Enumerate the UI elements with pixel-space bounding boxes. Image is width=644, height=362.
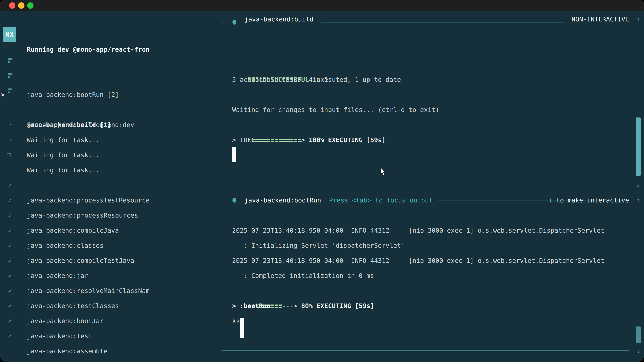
progress-dashes: --- — [282, 302, 294, 310]
progress-label: 80% EXECUTING [59s] — [297, 302, 374, 310]
bootrun-panel-bottom-border — [222, 351, 630, 351]
log-line: : Initializing Servlet 'dispatcherServle… — [232, 238, 405, 253]
focus-output-hint: Press <tab> to focus output — [329, 193, 433, 208]
check-icon: ✓ — [8, 329, 12, 344]
log-line: 2025-07-23T13:40:18.950-04:00 INFO 44312… — [232, 253, 604, 268]
progress-close-bracket: > — [294, 302, 297, 310]
progress-label: 100% EXECUTING [59s] — [305, 136, 386, 144]
task-name: java-backend:test — [27, 329, 92, 344]
bootrun-panel-title-line — [438, 200, 628, 200]
idle-prompt: > IDLE — [232, 132, 255, 147]
task-row-waiting: · Waiting for task... — [0, 117, 220, 132]
build-progress-line: <=============> 100% EXECUTING [59s] — [232, 117, 386, 132]
task-row-completed[interactable]: ✓ java-backend:test 734ms — [0, 298, 220, 313]
task-row-waiting: · Waiting for task... — [0, 132, 220, 147]
build-panel-left-border — [222, 22, 222, 185]
task-row-completed[interactable]: ✓ java-backend:classes 1.1s — [0, 208, 220, 223]
task-name: Waiting for task... — [27, 147, 100, 163]
scroll-up-icon[interactable]: ↑ — [636, 12, 640, 27]
task-row-completed[interactable]: ✓ java-backend:processTestResource 889ms — [0, 163, 220, 178]
scroll-down-icon[interactable]: ↓ — [636, 343, 640, 358]
spinner-icon — [8, 87, 13, 102]
bootrun-panel-left-border — [222, 200, 222, 351]
non-interactive-badge: NON-INTERACTIVE — [572, 12, 629, 27]
pagination: ← 1/2 → — [6, 344, 48, 359]
task-row-waiting: · Waiting for task... — [0, 102, 220, 117]
build-panel-title: java-backend:build — [244, 12, 314, 27]
panel-bullet-icon — [232, 20, 236, 25]
task-row-completed[interactable]: ✓ java-backend:jar 1.4s — [0, 238, 220, 253]
build-scrollbar-track[interactable] — [638, 25, 640, 117]
traffic-light-zoom-icon[interactable] — [27, 2, 34, 9]
terminal-cursor — [240, 318, 244, 338]
spinner-icon — [8, 57, 13, 72]
task-row-build-selected[interactable]: > java-backend:build [1] Continuous — [0, 72, 220, 87]
bootrun-progress-line: <<<======---> 80% EXECUTING [59s] — [232, 283, 374, 298]
terminal-input-text[interactable]: kk — [232, 313, 240, 329]
tasks-summary-line: 5 actionable tasks: 4 executed, 1 up-to-… — [232, 72, 401, 87]
task-row-completed[interactable]: ✓ java-backend:bootJar 1.1s — [0, 283, 220, 298]
log-line: 2025-07-23T13:40:18.950-04:00 INFO 44312… — [232, 223, 604, 238]
task-row-completed[interactable]: ✓ java-backend:testClasses 1.3s — [0, 268, 220, 283]
task-row-frontend-dev[interactable]: @mono-app/react-frontend:dev Continuous — [0, 87, 220, 102]
terminal-cursor — [232, 147, 236, 162]
interactive-hint: i to make interactive — [533, 178, 629, 193]
task-row-completed[interactable]: ✓ java-backend:compileTestJava 808ms — [0, 223, 220, 238]
build-panel-bottom-border — [222, 185, 539, 185]
build-scrollbar-thumb[interactable] — [636, 117, 641, 176]
progress-bar-fill: ============= — [251, 139, 301, 142]
scroll-down-icon[interactable]: ↓ — [636, 178, 640, 193]
task-row-completed[interactable]: ✓ java-backend:compileJava 4.3s — [0, 193, 220, 208]
task-row-completed[interactable]: ✓ java-backend:processResources 1.0s — [0, 178, 220, 193]
task-row-bootrun[interactable]: java-backend:bootRun [2] Continuous — [0, 57, 220, 72]
waiting-changes-line: Waiting for changes to input files... (c… — [232, 102, 439, 117]
spinner-icon — [8, 72, 13, 87]
build-panel-title-line — [321, 22, 564, 22]
build-status-line: BUILD SUCCESSFUL in 1s — [232, 57, 332, 72]
bootrun-prompt: > :bootRun — [232, 298, 270, 313]
bootrun-scrollbar-track[interactable] — [638, 208, 640, 327]
panel-bullet-icon — [232, 198, 236, 203]
sidebar-header: Running dev @mono-app/react-fron Duratio… — [0, 27, 220, 42]
traffic-light-close-icon[interactable] — [9, 2, 16, 9]
task-row-completed[interactable]: ✓ java-backend:assemble 774ms — [0, 313, 220, 329]
sidebar-title: Running dev @mono-app/react-fron — [27, 42, 150, 57]
mouse-cursor-icon — [380, 167, 386, 177]
bootrun-panel-title: java-backend:bootRun — [244, 193, 321, 208]
log-line: : Completed initialization in 0 ms — [232, 268, 374, 283]
terminal-window: NX Running dev @mono-app/react-fron Dura… — [0, 0, 644, 362]
traffic-light-minimize-icon[interactable] — [18, 2, 24, 9]
titlebar — [0, 0, 644, 11]
progress-close-bracket: > — [301, 136, 305, 144]
pending-dot-icon: · — [9, 147, 12, 163]
keyboard-shortcuts: quit: q help: ? — [136, 344, 213, 359]
scroll-up-icon[interactable]: ↑ — [636, 193, 640, 208]
task-row-completed[interactable]: ✓ java-backend:resolveMainClassNam 1.5s — [0, 253, 220, 268]
bootrun-scrollbar-thumb[interactable] — [636, 327, 641, 343]
